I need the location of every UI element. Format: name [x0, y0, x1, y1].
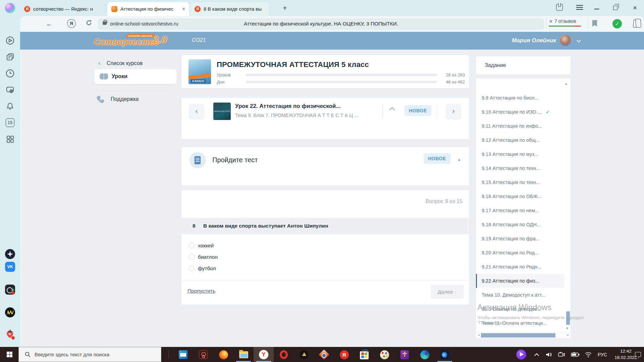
next-button[interactable]: Далее›: [431, 285, 464, 299]
tray-volume-icon[interactable]: [544, 347, 553, 362]
horizontal-scrollbar-thumb[interactable]: [481, 333, 555, 338]
radio-icon[interactable]: [189, 265, 195, 271]
collections-icon[interactable]: [633, 19, 641, 27]
new-tab-button[interactable]: +: [281, 5, 288, 12]
restore-icon[interactable]: [613, 6, 618, 10]
taskbar-yandex-browser-icon[interactable]: Y: [258, 349, 269, 360]
scroll-up-icon[interactable]: ▲: [565, 82, 568, 85]
task-item-active[interactable]: 9.22 Аттестация по физ...: [476, 274, 564, 288]
tray-language[interactable]: РУС: [596, 347, 609, 362]
taskbar-eye-app-icon[interactable]: [319, 349, 329, 360]
scroll-right-icon[interactable]: ►: [567, 334, 570, 337]
taskbar-search[interactable]: Введите здесь текст для поиска: [18, 347, 161, 362]
task-item[interactable]: 9.13 Аттестация по муз...: [476, 147, 564, 161]
skip-button[interactable]: Пропустить: [187, 288, 215, 294]
back-icon[interactable]: ←: [45, 19, 54, 28]
courses-list-link[interactable]: Список курсов: [107, 60, 143, 66]
history-clock-icon[interactable]: [6, 69, 14, 78]
task-item[interactable]: 9.15 Аттестация по техн...: [476, 175, 564, 189]
scroll-left-icon[interactable]: ◄: [477, 334, 480, 337]
vk-icon[interactable]: VK: [5, 262, 15, 272]
zen-icon[interactable]: [5, 249, 15, 259]
task-item[interactable]: 9.18 Аттестация по ОДН...: [476, 218, 564, 232]
taskbar-movie-app-icon[interactable]: [198, 349, 209, 360]
close-window-icon[interactable]: ×: [631, 4, 639, 11]
task-item[interactable]: 9.14 Аттестация по техн...: [476, 161, 564, 175]
task-item[interactable]: 10.1 Ссылка на демодос...: [476, 302, 564, 316]
taskbar-aimp-icon[interactable]: [299, 349, 309, 360]
vertical-scrollbar-thumb[interactable]: [566, 311, 570, 325]
course-thumbnail[interactable]: 5 КЛАСС: [189, 59, 211, 84]
notifications-bell-icon[interactable]: [6, 102, 14, 111]
task-item[interactable]: 9.16 Аттестация по ОБЖ...: [476, 189, 564, 203]
task-item[interactable]: Тема 11. Оплата аттестаци...: [476, 316, 564, 330]
browser-profile-avatar[interactable]: [5, 3, 15, 13]
add-panel-icon[interactable]: +: [5, 327, 15, 337]
scroll-down-icon[interactable]: ▼: [566, 326, 569, 330]
taskbar-store-icon[interactable]: [359, 349, 370, 360]
carousel-next-button[interactable]: ›: [446, 104, 461, 119]
notes-icon[interactable]: [6, 53, 14, 62]
tray-action-center-icon[interactable]: [633, 347, 643, 362]
menu-icon[interactable]: [576, 5, 583, 10]
task-item[interactable]: 9.9 Аттестация по биол...: [476, 91, 564, 105]
task-label: 9.17 Аттестация по нем...: [482, 208, 539, 213]
task-item[interactable]: 9.21 Аттестация по Родн...: [476, 260, 564, 274]
tab-close-icon[interactable]: ×: [182, 6, 185, 12]
yandex-home-icon[interactable]: Я: [67, 19, 76, 28]
music-icon[interactable]: [5, 307, 15, 317]
reviews-widget[interactable]: ★ 7 отзывов: [549, 18, 586, 27]
refresh-icon[interactable]: [85, 19, 93, 28]
back-to-courses-icon[interactable]: ‹: [95, 60, 103, 68]
tray-alice-icon[interactable]: [516, 347, 527, 362]
lesson-thumbnail[interactable]: ФИЗКУЛЬТУРА: [213, 103, 231, 120]
chevron-down-icon[interactable]: [577, 38, 581, 43]
taskbar-yandex-icon[interactable]: Я: [339, 349, 350, 360]
tray-camera-icon[interactable]: [557, 347, 566, 362]
side-panel-icon[interactable]: [556, 4, 563, 11]
taskbar-paint-icon[interactable]: [379, 349, 390, 360]
taskbar-edge-icon[interactable]: [419, 349, 430, 360]
collapse-chevron-icon[interactable]: [389, 107, 395, 113]
recorder-icon[interactable]: [5, 285, 15, 295]
collapse-triangle-icon[interactable]: ▲: [457, 157, 461, 162]
start-button[interactable]: [7, 352, 12, 357]
calendar-icon[interactable]: 15: [6, 118, 14, 127]
task-item[interactable]: 9.10 Аттестация по ИЗО....✓: [476, 105, 564, 119]
sidebar-item-lessons[interactable]: Уроки: [94, 69, 177, 84]
sidebar-item-support[interactable]: Поддержка: [111, 96, 139, 102]
services-grid-icon[interactable]: [6, 135, 14, 143]
school-logo[interactable]: Сотворчество 2.0 ОНЛАЙН-ШКОЛА: [94, 33, 181, 49]
taskbar-firefox-icon[interactable]: [218, 349, 229, 360]
minimize-icon[interactable]: [594, 9, 599, 9]
screenshot-icon[interactable]: [6, 85, 14, 94]
tab-question[interactable]: Я 8 В каком виде спорта вы: [191, 2, 269, 16]
tab-yandex-search[interactable]: Я сотворчество — Яндекс: н: [20, 2, 107, 16]
video-icon[interactable]: [6, 36, 14, 45]
lesson-title[interactable]: Урок 22. Аттестация по физической...: [235, 103, 340, 110]
tray-battery-icon[interactable]: [570, 347, 580, 362]
taskbar-photoshop-icon[interactable]: [439, 349, 450, 360]
task-item[interactable]: 9.12 Аттестация по общ...: [476, 133, 564, 147]
task-item[interactable]: 9.19 Аттестация по фра...: [476, 232, 564, 246]
tab-attestation-active[interactable]: Аттестация по физичес ×: [107, 2, 189, 16]
taskbar-explorer-icon[interactable]: [238, 349, 249, 360]
task-item[interactable]: 9.11 Аттестация по инфо...: [476, 119, 564, 133]
address-input[interactable]: online-school-sotvorchestvo.ru Аттестаци…: [98, 18, 544, 30]
taskbar-opera-icon[interactable]: [278, 349, 289, 360]
user-avatar[interactable]: [559, 35, 572, 47]
horizontal-scrollbar[interactable]: ◄ ►: [476, 332, 571, 338]
radio-icon[interactable]: [189, 254, 195, 260]
tray-wifi-icon[interactable]: [584, 347, 593, 362]
bookmark-icon[interactable]: [592, 20, 597, 27]
taskbar-mail-icon[interactable]: [178, 349, 189, 360]
protect-status-icon[interactable]: ✓: [612, 19, 622, 28]
task-item[interactable]: 9.20 Аттестация по Род...: [476, 246, 564, 260]
carousel-prev-button[interactable]: ‹: [189, 104, 204, 119]
user-name[interactable]: Мария Олейник: [512, 37, 556, 44]
task-item[interactable]: Тема 10. Демодоступ к атт...: [476, 288, 564, 302]
task-item[interactable]: 9.17 Аттестация по нем...: [476, 203, 564, 218]
tray-chevron-up-icon[interactable]: [533, 347, 541, 362]
taskbar-bible-app-icon[interactable]: [399, 349, 410, 360]
radio-icon[interactable]: [189, 243, 195, 248]
